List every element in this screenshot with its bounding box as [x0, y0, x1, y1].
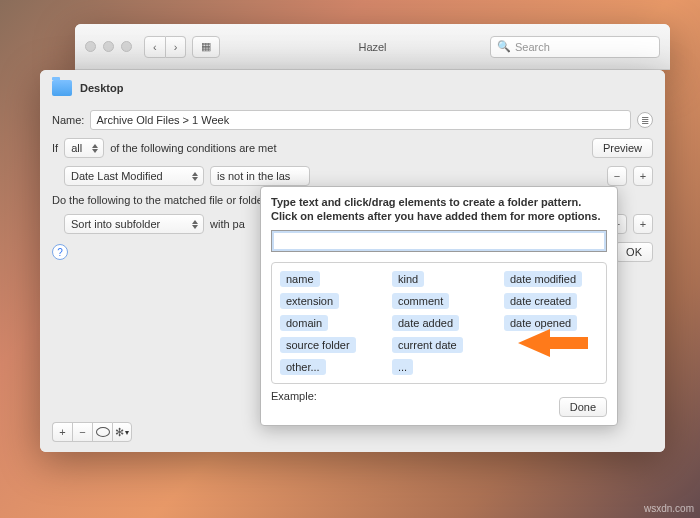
conditions-rest: of the following conditions are met [110, 142, 276, 154]
token-date-added[interactable]: date added [392, 315, 459, 331]
svg-marker-0 [518, 329, 588, 357]
add-rule-button[interactable]: + [52, 422, 72, 442]
notes-button[interactable]: ≣ [637, 112, 653, 128]
preview-button[interactable]: Preview [592, 138, 653, 158]
search-icon: 🔍 [497, 40, 511, 53]
token-kind[interactable]: kind [392, 271, 424, 287]
example-label: Example: [271, 390, 607, 402]
help-button[interactable]: ? [52, 244, 68, 260]
token-name[interactable]: name [280, 271, 320, 287]
match-scope-select[interactable]: all [64, 138, 104, 158]
token-date-modified[interactable]: date modified [504, 271, 582, 287]
token-source-folder[interactable]: source folder [280, 337, 356, 353]
token-box: namekinddate modifiedextensioncommentdat… [271, 262, 607, 384]
remove-rule-button[interactable]: − [72, 422, 92, 442]
traffic-lights [85, 41, 132, 52]
token-extension[interactable]: extension [280, 293, 339, 309]
condition-attribute-select[interactable]: Date Last Modified [64, 166, 204, 186]
callout-arrow-icon [518, 321, 588, 365]
close-dot[interactable] [85, 41, 96, 52]
token-current-date[interactable]: current date [392, 337, 463, 353]
forward-button[interactable]: › [166, 36, 187, 58]
folder-icon [52, 80, 72, 96]
token-comment[interactable]: comment [392, 293, 449, 309]
grid-button[interactable]: ▦ [192, 36, 220, 58]
rule-name-input[interactable] [90, 110, 631, 130]
token--[interactable]: ... [392, 359, 413, 375]
titlebar: ‹ › ▦ Hazel 🔍 Search [75, 24, 670, 70]
folder-name: Desktop [80, 82, 123, 94]
remove-condition-button[interactable]: − [607, 166, 627, 186]
condition-attribute-value: Date Last Modified [71, 170, 163, 182]
eye-icon [96, 427, 110, 437]
watermark: wsxdn.com [644, 503, 694, 514]
condition-operator-select[interactable]: is not in the las [210, 166, 310, 186]
zoom-dot[interactable] [121, 41, 132, 52]
nav-back-forward: ‹ › [144, 36, 186, 58]
done-button[interactable]: Done [559, 397, 607, 417]
conditions-header: If all of the following conditions are m… [52, 138, 653, 158]
match-scope-value: all [71, 142, 82, 154]
name-row: Name: ≣ [52, 110, 653, 130]
pattern-popover: Type text and click/drag elements to cre… [260, 186, 618, 426]
pattern-hint: Type text and click/drag elements to cre… [271, 195, 607, 224]
actions-intro: Do the following to the matched file or … [52, 194, 270, 206]
search-placeholder: Search [515, 41, 550, 53]
add-condition-button[interactable]: + [633, 166, 653, 186]
condition-operator-value: is not in the las [217, 170, 290, 182]
parent-window: ‹ › ▦ Hazel 🔍 Search [75, 24, 670, 70]
action-value: Sort into subfolder [71, 218, 160, 230]
with-pattern-label: with pa [210, 218, 245, 230]
bottom-toolbar: + − ✻▾ [52, 422, 132, 442]
search-field[interactable]: 🔍 Search [490, 36, 660, 58]
if-label: If [52, 142, 58, 154]
back-button[interactable]: ‹ [144, 36, 166, 58]
rule-header: Desktop [52, 78, 653, 102]
ok-button[interactable]: OK [615, 242, 653, 262]
add-action-button[interactable]: + [633, 214, 653, 234]
condition-row: Date Last Modified is not in the las − + [64, 166, 653, 186]
name-label: Name: [52, 114, 84, 126]
token-date-created[interactable]: date created [504, 293, 577, 309]
preview-eye-button[interactable] [92, 422, 112, 442]
token-other-[interactable]: other... [280, 359, 326, 375]
token-domain[interactable]: domain [280, 315, 328, 331]
minimize-dot[interactable] [103, 41, 114, 52]
action-select[interactable]: Sort into subfolder [64, 214, 204, 234]
gear-menu-button[interactable]: ✻▾ [112, 422, 132, 442]
pattern-input[interactable] [271, 230, 607, 252]
